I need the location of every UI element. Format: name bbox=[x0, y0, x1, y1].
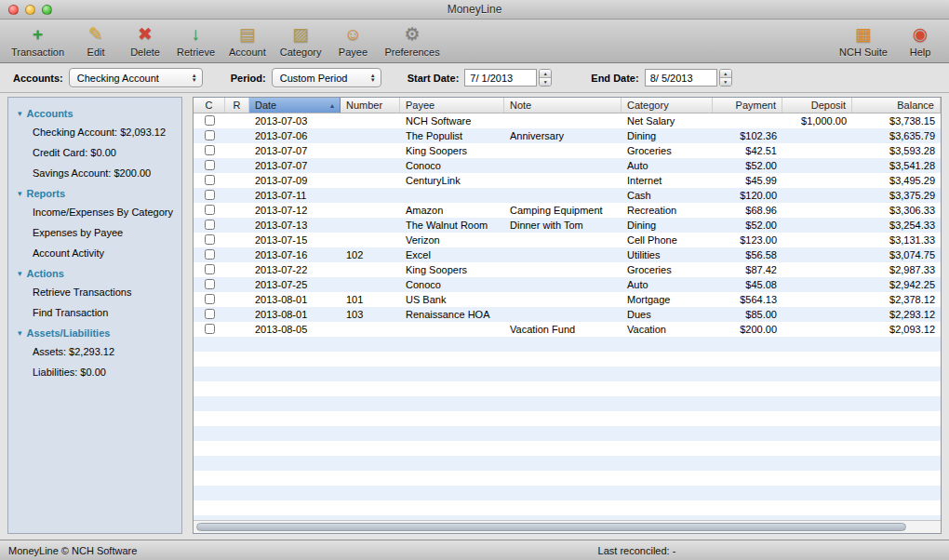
transaction-row[interactable]: 2013-07-16102ExcelUtilities$56.58$3,074.… bbox=[194, 247, 941, 262]
sidebar-item-checking-account[interactable]: Checking Account: $2,093.12 bbox=[8, 122, 181, 142]
scrollbar-thumb[interactable] bbox=[196, 523, 906, 531]
toolbar-button-nch-suite[interactable]: ▦NCH Suite bbox=[839, 21, 888, 58]
transaction-row[interactable]: 2013-07-15VerizonCell Phone$123.00$3,131… bbox=[194, 233, 941, 247]
sidebar-item-credit-card[interactable]: Credit Card: $0.00 bbox=[8, 142, 181, 163]
toolbar-button-label: Delete bbox=[130, 47, 160, 58]
cell-r bbox=[225, 337, 249, 352]
toolbar-button-delete[interactable]: ✖Delete bbox=[127, 21, 163, 58]
stepper-down-icon[interactable]: ▼ bbox=[540, 78, 551, 86]
column-header-number[interactable]: Number bbox=[341, 98, 400, 113]
cleared-checkbox[interactable] bbox=[205, 190, 215, 200]
sidebar-section-accounts[interactable]: ▾Accounts bbox=[8, 103, 181, 122]
cleared-checkbox[interactable] bbox=[205, 249, 215, 260]
cell-payment: $120.00 bbox=[713, 188, 782, 203]
toolbar: +Transaction✎Edit✖Delete↓Retrieve▤Accoun… bbox=[0, 20, 949, 63]
period-dropdown[interactable]: Custom Period ▲▼ bbox=[272, 68, 381, 87]
titlebar[interactable]: MoneyLine bbox=[0, 0, 949, 20]
transaction-row[interactable]: 2013-07-11Cash$120.00$3,375.29 bbox=[194, 188, 941, 203]
column-header-deposit[interactable]: Deposit bbox=[782, 98, 852, 113]
close-button[interactable] bbox=[8, 5, 19, 15]
sidebar-item-savings-account[interactable]: Savings Account: $200.00 bbox=[8, 163, 181, 183]
toolbar-button-help[interactable]: ◉Help bbox=[902, 21, 938, 58]
accounts-dropdown[interactable]: Checking Account ▲▼ bbox=[69, 68, 203, 87]
cleared-checkbox[interactable] bbox=[205, 160, 215, 170]
column-header-balance[interactable]: Balance bbox=[852, 98, 941, 113]
toolbar-button-payee[interactable]: ☺Payee bbox=[335, 21, 370, 58]
transaction-row[interactable]: 2013-07-12AmazonCamping EquipmentRecreat… bbox=[194, 203, 941, 218]
sidebar-section-assets-liabilities[interactable]: ▾Assets/Liabilities bbox=[8, 323, 181, 341]
cleared-checkbox[interactable] bbox=[205, 279, 215, 289]
column-header-payee[interactable]: Payee bbox=[400, 98, 504, 113]
cell-c bbox=[194, 247, 225, 262]
cell-number bbox=[341, 456, 400, 471]
cleared-checkbox[interactable] bbox=[205, 115, 215, 126]
cell-r bbox=[225, 396, 249, 411]
column-header-label: Balance bbox=[897, 100, 934, 111]
toolbar-button-label: Category bbox=[280, 47, 322, 58]
sidebar-item-account-activity[interactable]: Account Activity bbox=[8, 243, 181, 263]
transaction-row[interactable]: 2013-07-07ConocoAuto$52.00$3,541.28 bbox=[194, 158, 941, 173]
column-header-payment[interactable]: Payment bbox=[713, 98, 782, 113]
toolbar-button-edit[interactable]: ✎Edit bbox=[78, 21, 114, 58]
sidebar-section-reports[interactable]: ▾Reports bbox=[8, 183, 181, 202]
column-header-date[interactable]: Date▴ bbox=[249, 98, 341, 113]
toolbar-button-transaction[interactable]: +Transaction bbox=[11, 21, 64, 58]
stepper-down-icon[interactable]: ▼ bbox=[720, 78, 731, 86]
toolbar-button-category[interactable]: ▨Category bbox=[280, 21, 322, 58]
cell-deposit bbox=[782, 352, 852, 367]
toolbar-button-label: Help bbox=[910, 47, 931, 58]
column-header-c[interactable]: C bbox=[194, 98, 225, 113]
transaction-row[interactable]: 2013-07-22King SoopersGroceries$87.42$2,… bbox=[194, 262, 941, 277]
cleared-checkbox[interactable] bbox=[205, 294, 215, 304]
transaction-row[interactable]: 2013-07-25ConocoAuto$45.08$2,942.25 bbox=[194, 277, 941, 292]
horizontal-scrollbar[interactable] bbox=[194, 520, 941, 533]
cell-category: Groceries bbox=[622, 143, 713, 158]
end-date-stepper[interactable]: ▲ ▼ bbox=[719, 69, 732, 87]
cleared-checkbox[interactable] bbox=[205, 324, 215, 334]
sidebar-item-retrieve-transactions[interactable]: Retrieve Transactions bbox=[8, 282, 181, 302]
end-date-input[interactable] bbox=[645, 69, 717, 87]
zoom-button[interactable] bbox=[42, 5, 52, 15]
minimize-button[interactable] bbox=[25, 5, 35, 15]
cell-r bbox=[225, 113, 249, 128]
cleared-checkbox[interactable] bbox=[205, 130, 215, 140]
transaction-row[interactable]: 2013-08-05Vacation FundVacation$200.00$2… bbox=[194, 322, 941, 337]
cleared-checkbox[interactable] bbox=[205, 175, 215, 185]
cell-payment: $87.42 bbox=[713, 262, 782, 277]
column-header-note[interactable]: Note bbox=[504, 98, 622, 113]
column-header-r[interactable]: R bbox=[225, 98, 249, 113]
transaction-row[interactable]: 2013-07-07King SoopersGroceries$42.51$3,… bbox=[194, 143, 941, 158]
transaction-row[interactable]: 2013-08-01101US BankMortgage$564.13$2,37… bbox=[194, 292, 941, 307]
cleared-checkbox[interactable] bbox=[205, 145, 215, 155]
start-date-stepper[interactable]: ▲ ▼ bbox=[539, 69, 552, 87]
transaction-row[interactable]: 2013-07-03NCH SoftwareNet Salary$1,000.0… bbox=[194, 113, 941, 128]
cell-date bbox=[249, 352, 341, 367]
sidebar-item-expenses-by-payee[interactable]: Expenses by Payee bbox=[8, 222, 181, 243]
column-header-category[interactable]: Category bbox=[622, 98, 713, 113]
cell-balance bbox=[852, 337, 941, 352]
cleared-checkbox[interactable] bbox=[205, 264, 215, 274]
toolbar-button-retrieve[interactable]: ↓Retrieve bbox=[177, 21, 215, 58]
transaction-row[interactable]: 2013-07-06The PopulistAnniversaryDining$… bbox=[194, 128, 941, 143]
transaction-row[interactable]: 2013-07-13The Walnut RoomDinner with Tom… bbox=[194, 218, 941, 233]
sidebar-section-actions[interactable]: ▾Actions bbox=[8, 263, 181, 282]
toolbar-button-label: Edit bbox=[87, 47, 105, 58]
stepper-up-icon[interactable]: ▲ bbox=[720, 70, 731, 78]
sidebar-item-liabilities[interactable]: Liabilities: $0.00 bbox=[8, 362, 181, 382]
toolbar-button-account[interactable]: ▤Account bbox=[229, 21, 266, 58]
stepper-up-icon[interactable]: ▲ bbox=[540, 70, 551, 78]
cell-payment: $42.51 bbox=[713, 143, 782, 158]
cleared-checkbox[interactable] bbox=[205, 234, 215, 245]
start-date-input[interactable] bbox=[464, 69, 537, 87]
cleared-checkbox[interactable] bbox=[205, 220, 215, 230]
sidebar-item-assets[interactable]: Assets: $2,293.12 bbox=[8, 341, 181, 362]
transaction-row[interactable]: 2013-07-09CenturyLinkInternet$45.99$3,49… bbox=[194, 173, 941, 188]
sidebar-item-find-transaction[interactable]: Find Transaction bbox=[8, 302, 181, 323]
transaction-row[interactable]: 2013-08-01103Renaissance HOADues$85.00$2… bbox=[194, 307, 941, 322]
cell-number bbox=[341, 411, 400, 426]
cleared-checkbox[interactable] bbox=[205, 205, 215, 215]
toolbar-button-preferences[interactable]: ⚙Preferences bbox=[384, 21, 439, 58]
sidebar-item-income-expenses-by-category[interactable]: Income/Expenses By Category bbox=[8, 202, 181, 222]
empty-row bbox=[194, 500, 941, 515]
cleared-checkbox[interactable] bbox=[205, 309, 215, 319]
